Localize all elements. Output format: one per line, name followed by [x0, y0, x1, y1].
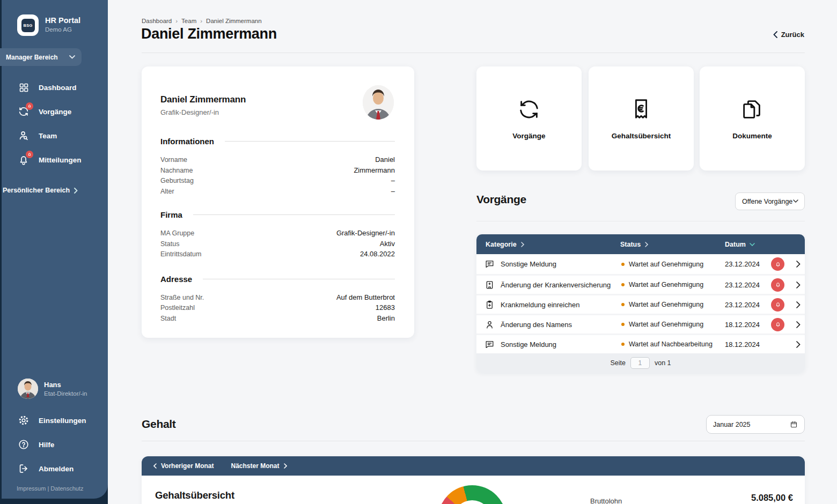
vorgang-status: Wartet auf Nachbearbeitung [621, 340, 725, 348]
sidebar-item-einstellungen[interactable]: Einstellungen [17, 413, 86, 428]
breadcrumb-separator: › [175, 18, 178, 24]
row-chevron-right-icon[interactable] [791, 281, 805, 288]
field-value: Berlin [377, 314, 395, 322]
legal-links[interactable]: Impressum | Datenschutz [17, 485, 84, 492]
chevron-left-icon [773, 31, 777, 38]
prev-month-button[interactable]: Vorheriger Monat [153, 462, 214, 470]
user-name: Hans [44, 381, 87, 389]
field-label: Postleitzahl [160, 304, 195, 312]
row-chevron-right-icon[interactable] [791, 261, 805, 268]
profile-field-row: Nachname Zimmermann [160, 166, 395, 177]
sidebar-item-team[interactable]: Team [17, 128, 57, 143]
sidebar-item-label: Team [39, 132, 57, 140]
vorgang-row[interactable]: Sonstige Meldung Wartet auf Nachbearbeit… [476, 333, 805, 353]
vorgang-status: Wartet auf Genehmigung [621, 301, 725, 308]
breadcrumb-separator: › [200, 18, 202, 24]
sort-chevron-down-icon [750, 243, 755, 246]
field-label: Status [160, 240, 179, 248]
filter-selected-value: Offene Vorgänge [742, 198, 792, 205]
employee-photo [363, 85, 394, 120]
sidebar-item-mitteilungen[interactable]: Mitteilungen [17, 152, 82, 167]
field-value: Daniel [375, 155, 395, 164]
status-text: Wartet auf Genehmigung [629, 321, 703, 328]
vorgang-date: 23.12.2024 [725, 281, 771, 289]
breadcrumb: Dashboard › Team › Daniel Zimmermann [142, 18, 262, 24]
sidebar-item-persoenlicher-bereich[interactable]: Persönlicher Bereich [3, 187, 78, 194]
field-value: – [391, 176, 395, 184]
vorgang-row[interactable]: Krankmeldung einreichen Wartet auf Geneh… [476, 294, 805, 314]
vorgang-row[interactable]: Änderung des Namens Wartet auf Genehmigu… [476, 314, 805, 333]
team-search-icon [17, 129, 30, 142]
vorgang-date: 23.12.2024 [725, 301, 771, 309]
vorgang-status: Wartet auf Genehmigung [621, 261, 725, 268]
bruttolohn-value: 5.085,00 € [751, 493, 793, 503]
sidebar-item-label: Hilfe [39, 441, 54, 449]
profile-field-row: Vorname Daniel [160, 155, 395, 166]
column-header-kategorie[interactable]: Kategorie [476, 241, 620, 248]
bell-icon [17, 153, 30, 166]
chevron-right-icon [74, 188, 78, 194]
sidebar-item-vorgaenge[interactable]: Vorgänge [17, 104, 71, 119]
table-header: Kategorie Status Datum [476, 234, 805, 254]
chevron-down-icon [793, 199, 798, 203]
alert-bell-badge [26, 151, 33, 158]
next-month-button[interactable]: Nächster Monat [231, 462, 287, 470]
field-value: – [391, 187, 395, 195]
quick-action-vorgaenge[interactable]: Vorgänge [476, 66, 582, 171]
section-rule [225, 141, 395, 142]
column-header-status[interactable]: Status [620, 241, 725, 248]
category-icon [484, 339, 501, 350]
month-nav-bar: Vorheriger Monat Nächster Monat [142, 456, 805, 476]
vorgaenge-filter-dropdown[interactable]: Offene Vorgänge [735, 192, 805, 210]
user-role: Etat-Direktor/-in [44, 390, 87, 397]
vorgang-category: Änderung des Namens [501, 321, 621, 329]
back-button[interactable]: Zurück [773, 31, 804, 39]
field-value: Aktiv [380, 240, 395, 248]
field-value: 24.08.2022 [360, 250, 395, 258]
sidebar-item-hilfe[interactable]: Hilfe [17, 437, 54, 452]
vorgang-row[interactable]: Änderung der Krankenversicherung Wartet … [476, 274, 805, 294]
page-label: Seite [610, 359, 626, 367]
vorgang-date: 18.12.2024 [725, 340, 771, 349]
calendar-icon [790, 420, 798, 428]
sidebar-item-label: Einstellungen [39, 417, 86, 425]
bruttolohn-label: Bruttolohn [590, 497, 622, 504]
section-informationen: Informationen Vorname Daniel Nachname Zi… [160, 137, 395, 197]
sidebar-item-dashboard[interactable]: Dashboard [17, 80, 77, 95]
field-value: Zimmermann [354, 166, 395, 174]
alert-bell-badge [771, 278, 784, 292]
quick-action-label: Dokumente [732, 132, 772, 140]
row-chevron-right-icon[interactable] [791, 341, 805, 348]
quick-action-label: Vorgänge [512, 132, 545, 140]
quick-action-gehaltsuebersicht[interactable]: Gehaltsübersicht [589, 66, 694, 171]
row-chevron-right-icon[interactable] [791, 301, 805, 308]
manager-bereich-toggle[interactable]: Manager Bereich [0, 48, 82, 66]
breadcrumb-dashboard[interactable]: Dashboard [142, 18, 172, 24]
vorgang-status: Wartet auf Genehmigung [621, 281, 725, 288]
row-chevron-right-icon[interactable] [791, 321, 805, 328]
profile-field-row: Geburtstag – [160, 176, 395, 187]
documents-icon [740, 97, 765, 122]
month-picker[interactable]: Januar 2025 [706, 415, 805, 434]
status-dot [621, 303, 625, 306]
dashboard-grid-icon [17, 81, 30, 94]
vorgang-date: 18.12.2024 [725, 321, 771, 329]
sidebar-item-abmelden[interactable]: Abmelden [17, 461, 74, 476]
sidebar-user[interactable]: Hans Etat-Direktor/-in [18, 379, 87, 399]
vorgang-date: 23.12.2024 [725, 260, 771, 268]
status-text: Wartet auf Genehmigung [629, 301, 703, 308]
alert-bell-badge [26, 102, 33, 110]
receipt-euro-icon [629, 97, 654, 122]
chevron-down-icon [69, 55, 75, 59]
breadcrumb-team[interactable]: Team [181, 18, 196, 24]
quick-action-dokumente[interactable]: Dokumente [700, 66, 805, 171]
manager-bereich-label: Manager Bereich [6, 54, 58, 61]
logo-badge: BSG [21, 19, 35, 32]
status-dot [621, 343, 625, 346]
vorgang-row[interactable]: Sonstige Meldung Wartet auf Genehmigung … [476, 254, 805, 274]
profile-field-row: Stadt Berlin [160, 314, 395, 325]
status-dot [621, 323, 625, 326]
profile-field-row: Status Aktiv [160, 240, 395, 250]
column-header-datum[interactable]: Datum [725, 241, 755, 248]
page-number-input[interactable] [630, 357, 650, 369]
